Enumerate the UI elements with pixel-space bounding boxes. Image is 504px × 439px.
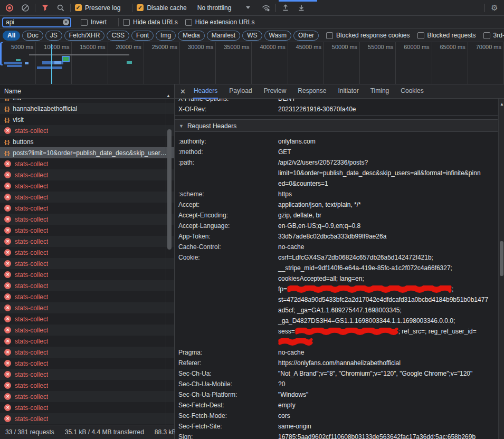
filter-chip-ws[interactable]: WS	[242, 31, 262, 41]
record-icon[interactable]	[4, 3, 15, 13]
hide-extension-urls-checkbox[interactable]: Hide extension URLs	[185, 18, 255, 26]
checkbox-unchecked-icon	[326, 32, 333, 39]
request-row[interactable]: ✕stats-collect	[0, 269, 174, 280]
request-row[interactable]: {:}hannahelizabethofficial	[0, 103, 174, 114]
disable-cache-checkbox[interactable]: Disable cache	[137, 4, 186, 12]
header-name: Sec-Ch-Ua-Platform:	[175, 389, 278, 400]
filter-input[interactable]	[2, 17, 71, 27]
request-row[interactable]: ✕stats-collect	[0, 192, 174, 203]
3rd-party-requests-checkbox[interactable]: 3rd-party requests	[483, 32, 504, 39]
name-column-header[interactable]: Name ▲	[0, 84, 174, 99]
request-row[interactable]: ✕stats-collect	[0, 258, 174, 269]
checkbox-unchecked-icon	[185, 19, 192, 26]
filter-chip-font[interactable]: Font	[131, 31, 154, 41]
request-list-scrollbar[interactable]	[166, 99, 172, 425]
scrollbar-thumb[interactable]	[167, 129, 172, 250]
filter-chip-media[interactable]: Media	[178, 31, 205, 41]
network-main-area: Name ▲ {:}init{:}hannahelizabethofficial…	[0, 84, 504, 439]
header-row: X-Of-Rev:202312261916-30670fa40e	[175, 104, 498, 114]
error-circle-icon: ✕	[4, 238, 11, 245]
request-row[interactable]: {:}buttons	[0, 136, 174, 147]
throttling-select[interactable]: No throttling	[197, 4, 251, 12]
request-name-label: stats-collect	[15, 393, 48, 400]
tab-preview[interactable]: Preview	[263, 84, 287, 99]
request-row[interactable]: ✕stats-collect	[0, 180, 174, 192]
scroll-up-icon[interactable]: ▲	[500, 102, 504, 107]
throttling-value: No throttling	[197, 4, 232, 12]
request-row[interactable]: {:}visit	[0, 114, 174, 125]
request-row[interactable]: ✕stats-collect	[0, 214, 174, 225]
header-name: :authority:	[175, 136, 278, 147]
filter-chip-wasm[interactable]: Wasm	[264, 31, 292, 41]
request-row[interactable]: ✕stats-collect	[0, 158, 174, 169]
checkbox-checked-icon	[75, 4, 82, 11]
error-circle-icon: ✕	[4, 327, 11, 333]
request-row[interactable]: ✕stats-collect	[0, 247, 174, 258]
name-column-label: Name	[4, 88, 21, 95]
request-row[interactable]: {:}posts?limit=10&order=publish_date_des…	[0, 147, 174, 158]
request-headers-section-header[interactable]: ▼Request Headers	[175, 119, 498, 132]
export-har-icon[interactable]	[296, 3, 307, 13]
import-har-icon[interactable]	[280, 3, 291, 13]
waterfall-activity-bar	[62, 56, 70, 62]
filter-chip-img[interactable]: Img	[156, 31, 176, 41]
request-row[interactable]: ✕stats-collect	[0, 225, 174, 236]
tab-cookies[interactable]: Cookies	[400, 84, 424, 99]
network-overview-timeline[interactable]: 5000 ms10000 ms15000 ms20000 ms25000 ms3…	[0, 42, 504, 84]
request-row[interactable]: ✕stats-collect	[0, 280, 174, 291]
close-icon[interactable]: ✕	[180, 88, 186, 96]
search-icon[interactable]	[55, 3, 66, 13]
tab-payload[interactable]: Payload	[229, 84, 252, 99]
scrollbar-thumb[interactable]	[500, 241, 503, 276]
filter-chip-manifest[interactable]: Manifest	[207, 31, 240, 41]
request-row[interactable]: ✕stats-collect	[0, 347, 174, 358]
request-row[interactable]: ✕stats-collect	[0, 203, 174, 214]
request-row[interactable]: ✕stats-collect	[0, 125, 174, 136]
request-row[interactable]: ✕stats-collect	[0, 325, 174, 336]
header-name: Sec-Ch-Ua-Mobile:	[175, 379, 278, 389]
blocked-response-cookies-checkbox[interactable]: Blocked response cookies	[326, 32, 410, 39]
header-name: Sec-Fetch-Dest:	[175, 400, 278, 411]
network-conditions-icon[interactable]	[261, 3, 271, 13]
request-row[interactable]: {:}init	[0, 99, 174, 103]
checkbox-label: 3rd-party requests	[493, 32, 504, 39]
request-row[interactable]: ✕stats-collect	[0, 169, 174, 180]
details-scrollbar[interactable]: ▲	[498, 99, 504, 439]
preserve-log-checkbox[interactable]: Preserve log	[75, 4, 120, 12]
filter-chip-js[interactable]: JS	[45, 31, 62, 41]
blocked-requests-checkbox[interactable]: Blocked requests	[417, 32, 476, 39]
tab-initiator[interactable]: Initiator	[337, 84, 359, 99]
checkbox-label: Blocked requests	[427, 32, 476, 39]
invert-checkbox[interactable]: Invert	[81, 18, 107, 26]
request-row[interactable]: ✕stats-collect	[0, 391, 174, 402]
checkbox-checked-icon	[137, 4, 144, 11]
request-row[interactable]: ✕stats-collect	[0, 336, 174, 347]
request-row[interactable]: ✕stats-collect	[0, 358, 174, 369]
clear-filter-icon[interactable]: ✕	[63, 19, 69, 25]
request-row[interactable]: ✕stats-collect	[0, 413, 174, 424]
request-row[interactable]: ✕stats-collect	[0, 380, 174, 391]
filter-chip-all[interactable]: All	[3, 31, 20, 41]
filter-chip-doc[interactable]: Doc	[22, 31, 43, 41]
header-value: "Not_A Brand";v="8", "Chromium";v="120",…	[278, 368, 498, 379]
filter-chip-css[interactable]: CSS	[107, 31, 129, 41]
request-name-label: stats-collect	[15, 371, 48, 378]
request-row[interactable]: ✕stats-collect	[0, 236, 174, 247]
filter-chip-fetch-xhr[interactable]: Fetch/XHR	[64, 31, 105, 41]
tab-headers[interactable]: Headers	[193, 84, 218, 99]
request-row[interactable]: ✕stats-collect	[0, 313, 174, 325]
header-row: Referer:https://onlyfans.com/hannaheliza…	[175, 358, 498, 368]
filter-chip-other[interactable]: Other	[293, 31, 319, 41]
clear-icon[interactable]	[20, 3, 31, 13]
header-row: App-Token:33d57ade8c02dbc5a333db99ff9ae2…	[175, 231, 498, 242]
settings-gear-icon[interactable]: ⚙	[489, 3, 500, 13]
request-row[interactable]: ✕stats-collect	[0, 291, 174, 302]
filter-icon[interactable]	[40, 3, 50, 13]
tab-timing[interactable]: Timing	[370, 84, 390, 99]
request-row[interactable]: ✕stats-collect	[0, 302, 174, 313]
request-row[interactable]: ✕stats-collect	[0, 402, 174, 413]
request-row[interactable]: ✕stats-collect	[0, 369, 174, 380]
header-row: Sec-Fetch-Dest:empty	[175, 400, 498, 411]
tab-response[interactable]: Response	[297, 84, 327, 99]
hide-data-urls-checkbox[interactable]: Hide data URLs	[123, 18, 178, 26]
